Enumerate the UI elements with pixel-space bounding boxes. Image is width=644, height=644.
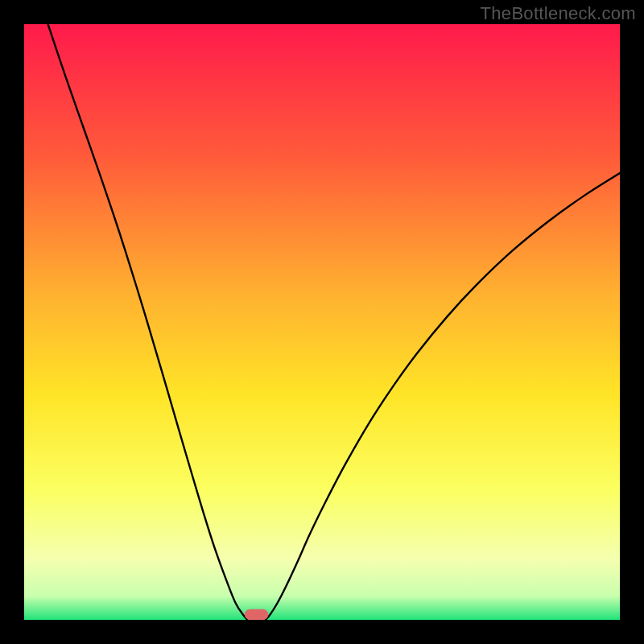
watermark-text: TheBottleneck.com: [481, 3, 636, 24]
gradient-background: [24, 24, 620, 620]
plot-area: [24, 24, 620, 620]
bottleneck-marker: [245, 609, 269, 620]
chart-frame: TheBottleneck.com: [0, 0, 644, 644]
chart-svg: [24, 24, 620, 620]
